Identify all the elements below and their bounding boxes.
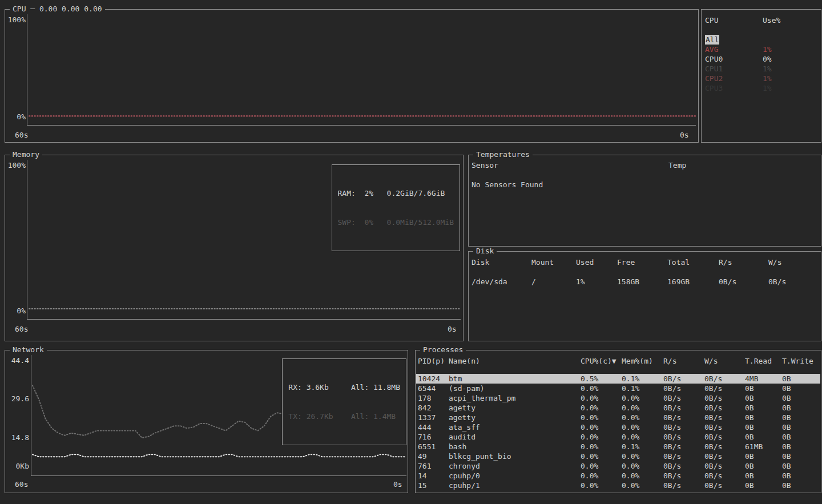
cpu-legend-panel[interactable]: CPU Use% All AVG 1% CPU0 0% CPU1 1% CPU2… <box>701 9 821 143</box>
process-rs: 0B/s <box>663 442 681 451</box>
process-name: auditd <box>449 432 476 442</box>
cpu-legend-row-all[interactable]: All <box>705 35 819 45</box>
disk-col-disk[interactable]: Disk <box>472 257 489 267</box>
processes-col-pid[interactable]: PID(p) <box>418 356 445 366</box>
process-name: agetty <box>449 413 476 422</box>
process-row[interactable]: 6544 (sd-pam) 0.0% 0.1% 0B/s 0B/s 0B 0B <box>416 384 820 393</box>
network-panel[interactable]: Network 44.4 29.6 14.8 0Kb RX: 3.6Kb All… <box>5 350 408 493</box>
cpu-y-min-label: 0% <box>5 113 26 121</box>
process-mem: 0.0% <box>622 451 639 461</box>
process-row[interactable]: 49 blkcg_punt_bio 0.0% 0.0% 0B/s 0B/s 0B… <box>416 451 820 461</box>
memory-y-axis-line <box>27 160 27 319</box>
cpu-legend-label: CPU1 <box>705 64 723 74</box>
process-rs: 0B/s <box>663 461 681 471</box>
process-pid: 14 <box>418 471 427 481</box>
processes-col-name[interactable]: Name(n) <box>449 356 480 366</box>
process-row[interactable]: 716 auditd 0.0% 0.0% 0B/s 0B/s 0B 0B <box>416 432 820 442</box>
process-rs: 0B/s <box>663 374 681 384</box>
disk-col-ws[interactable]: W/s <box>768 257 781 267</box>
network-panel-title: Network <box>10 345 47 354</box>
process-mem: 0.0% <box>622 413 639 422</box>
network-y-label-29: 29.6 <box>5 395 29 403</box>
disk-col-total[interactable]: Total <box>667 257 690 267</box>
process-mem: 0.1% <box>622 384 639 393</box>
process-ws: 0B/s <box>704 451 722 461</box>
process-mem: 0.0% <box>622 461 639 471</box>
process-pid: 15 <box>418 481 427 490</box>
processes-col-cpu[interactable]: CPU%(c)▼ <box>581 356 616 366</box>
process-name: acpi_thermal_pm <box>449 393 515 403</box>
cpu-legend-col-use: Use% <box>763 15 780 25</box>
process-row[interactable]: 15 cpuhp/1 0.0% 0.0% 0B/s 0B/s 0B 0B <box>416 481 820 490</box>
process-cpu: 0.0% <box>581 422 598 432</box>
process-ws: 0B/s <box>704 413 722 422</box>
memory-panel[interactable]: Memory 100% 0% RAM: 2% 0.2GiB/7.6GiB SWP… <box>5 155 464 341</box>
cpu-legend-label: AVG <box>705 45 718 54</box>
process-rs: 0B/s <box>663 403 681 413</box>
process-name: btm <box>449 374 462 384</box>
processes-col-rs[interactable]: R/s <box>663 356 676 366</box>
process-rs: 0B/s <box>663 451 681 461</box>
process-row[interactable]: 1337 agetty 0.0% 0.0% 0B/s 0B/s 0B 0B <box>416 413 820 422</box>
temperatures-panel-title: Temperatures <box>473 150 533 159</box>
process-ws: 0B/s <box>704 461 722 471</box>
processes-col-ws[interactable]: W/s <box>704 356 718 366</box>
network-legend-rx: RX: 3.6Kb All: 11.8MB <box>288 382 400 392</box>
cpu-legend-row-avg[interactable]: AVG 1% <box>705 45 819 54</box>
process-tread: 0B <box>745 384 754 393</box>
processes-col-mem[interactable]: Mem%(m) <box>622 356 653 366</box>
cpu-panel[interactable]: CPU ─ 0.00 0.00 0.00 100% 0% 60s 0s <box>5 9 699 143</box>
cpu-panel-title: CPU ─ 0.00 0.00 0.00 <box>10 5 105 14</box>
process-pid: 444 <box>418 422 431 432</box>
process-tread: 0B <box>745 471 754 481</box>
process-name: chronyd <box>449 461 480 471</box>
process-tread: 0B <box>745 413 754 422</box>
disk-col-rs[interactable]: R/s <box>719 257 732 267</box>
cpu-legend-row-cpu1[interactable]: CPU1 1% <box>705 64 819 74</box>
disk-col-free[interactable]: Free <box>617 257 635 267</box>
process-pid: 842 <box>418 403 431 413</box>
cpu-legend-row-cpu3[interactable]: CPU3 1% <box>705 83 819 93</box>
cpu-legend-row-cpu0[interactable]: CPU0 0% <box>705 54 819 64</box>
process-row[interactable]: 444 ata_sff 0.0% 0.0% 0B/s 0B/s 0B 0B <box>416 422 820 432</box>
memory-x-left-label: 60s <box>15 325 28 333</box>
process-twrite: 0B <box>782 422 791 432</box>
process-row[interactable]: 178 acpi_thermal_pm 0.0% 0.0% 0B/s 0B/s … <box>416 393 820 403</box>
process-row[interactable]: 6551 bash 0.0% 0.1% 0B/s 0B/s 61MB 0B <box>416 442 820 451</box>
process-ws: 0B/s <box>704 481 722 490</box>
process-tread: 0B <box>745 451 754 461</box>
process-pid: 178 <box>418 393 431 403</box>
cpu-legend-label: CPU0 <box>705 54 723 64</box>
disk-cell-disk: /dev/sda <box>472 277 507 287</box>
process-row[interactable]: 10424 btm 0.5% 0.1% 0B/s 0B/s 4MB 0B <box>416 374 820 384</box>
temperatures-col-temp[interactable]: Temp <box>668 162 686 170</box>
processes-panel[interactable]: Processes PID(p) Name(n) CPU%(c)▼ Mem%(m… <box>415 350 821 493</box>
process-twrite: 0B <box>782 461 791 471</box>
process-cpu: 0.0% <box>581 413 598 422</box>
cpu-legend-row-cpu2[interactable]: CPU2 1% <box>705 74 819 83</box>
processes-col-twrite[interactable]: T.Write <box>782 356 813 366</box>
cpu-legend-value: 1% <box>763 45 772 54</box>
temperatures-col-sensor[interactable]: Sensor <box>472 162 498 170</box>
disk-panel[interactable]: Disk Disk Mount Used Free Total R/s W/s … <box>468 251 821 341</box>
processes-panel-title: Processes <box>420 345 466 354</box>
process-cpu: 0.5% <box>581 374 598 384</box>
cpu-y-axis-line <box>27 14 27 125</box>
cpu-chart <box>29 19 696 117</box>
network-y-axis-line <box>31 355 31 475</box>
process-ws: 0B/s <box>704 442 722 451</box>
process-ws: 0B/s <box>704 471 722 481</box>
processes-col-tread[interactable]: T.Read <box>745 356 772 366</box>
process-name: blkcg_punt_bio <box>449 451 511 461</box>
process-name: bash <box>449 442 466 451</box>
disk-col-mount[interactable]: Mount <box>531 257 554 267</box>
disk-cell-mount: / <box>531 277 536 287</box>
process-row[interactable]: 761 chronyd 0.0% 0.0% 0B/s 0B/s 0B 0B <box>416 461 820 471</box>
temperatures-panel[interactable]: Temperatures Sensor Temp No Sensors Foun… <box>468 155 821 247</box>
process-row[interactable]: 14 cpuhp/0 0.0% 0.0% 0B/s 0B/s 0B 0B <box>416 471 820 481</box>
process-twrite: 0B <box>782 451 791 461</box>
process-row[interactable]: 842 agetty 0.0% 0.0% 0B/s 0B/s 0B 0B <box>416 403 820 413</box>
disk-col-used[interactable]: Used <box>576 257 594 267</box>
network-x-right-label: 0s <box>393 481 402 489</box>
memory-legend-swap: SWP: 0% 0.0MiB/512.0MiB <box>338 217 454 227</box>
